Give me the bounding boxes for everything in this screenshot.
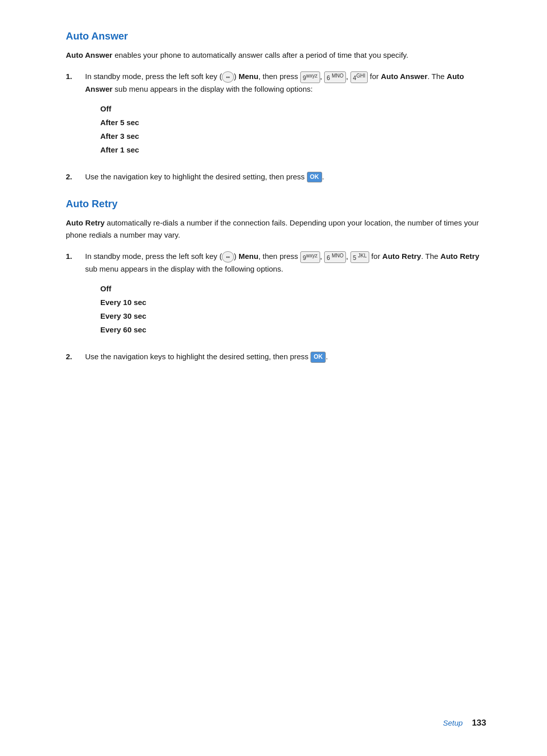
auto-answer-intro: Auto Answer enables your phone to automa…: [66, 49, 486, 61]
auto-answer-options: Off After 5 sec After 3 sec After 1 sec: [100, 102, 486, 157]
step2-content: Use the navigation key to highlight the …: [85, 171, 486, 183]
retry-option-10: Every 10 sec: [100, 295, 486, 309]
menu-soft-key-icon-2: ••: [222, 251, 234, 262]
auto-retry-title: Auto Retry: [66, 198, 486, 210]
auto-answer-step2: 2. Use the navigation key to highlight t…: [66, 171, 486, 183]
auto-answer-section: Auto Answer Auto Answer enables your pho…: [66, 30, 486, 183]
page-footer: Setup 133: [443, 718, 486, 728]
auto-answer-step1: 1. In standby mode, press the left soft …: [66, 70, 486, 163]
retry-option-off: Off: [100, 282, 486, 295]
footer-page-number: 133: [472, 718, 486, 728]
auto-retry-options: Off Every 10 sec Every 30 sec Every 60 s…: [100, 282, 486, 336]
step1-content: In standby mode, press the left soft key…: [85, 70, 486, 163]
retry-step1-content: In standby mode, press the left soft key…: [85, 250, 486, 343]
option-off: Off: [100, 102, 486, 116]
step1-number: 1.: [66, 70, 81, 163]
retry-step1-number: 1.: [66, 250, 81, 343]
menu-soft-key-icon: ••: [222, 71, 234, 83]
footer-setup-label: Setup: [443, 719, 462, 727]
auto-answer-bold: Auto Answer: [66, 51, 112, 59]
step2-number: 2.: [66, 171, 81, 183]
key-4-btn: 4GHI: [350, 71, 368, 83]
auto-retry-step2: 2. Use the navigation keys to highlight …: [66, 351, 486, 363]
option-after5: After 5 sec: [100, 116, 486, 129]
option-after1: After 1 sec: [100, 143, 486, 157]
retry-key-6-btn: 6 MNO: [324, 251, 346, 263]
retry-option-30: Every 30 sec: [100, 309, 486, 323]
key-6-btn: 6 MNO: [324, 71, 346, 83]
auto-retry-bold: Auto Retry: [66, 218, 105, 227]
auto-retry-step1: 1. In standby mode, press the left soft …: [66, 250, 486, 343]
ok-button-1: OK: [307, 172, 322, 183]
ok-button-2: OK: [310, 352, 326, 363]
retry-key-5-btn: 5 JKL: [350, 251, 369, 263]
option-after3: After 3 sec: [100, 129, 486, 143]
auto-retry-intro: Auto Retry automatically re-dials a numb…: [66, 217, 486, 241]
auto-retry-section: Auto Retry Auto Retry automatically re-d…: [66, 198, 486, 363]
retry-key-9-btn: 9wxyz: [300, 251, 320, 263]
retry-step2-number: 2.: [66, 351, 81, 363]
auto-answer-title: Auto Answer: [66, 30, 486, 42]
key-9-btn: 9wxyz: [300, 71, 320, 83]
retry-option-60: Every 60 sec: [100, 323, 486, 336]
retry-step2-content: Use the navigation keys to highlight the…: [85, 351, 486, 363]
